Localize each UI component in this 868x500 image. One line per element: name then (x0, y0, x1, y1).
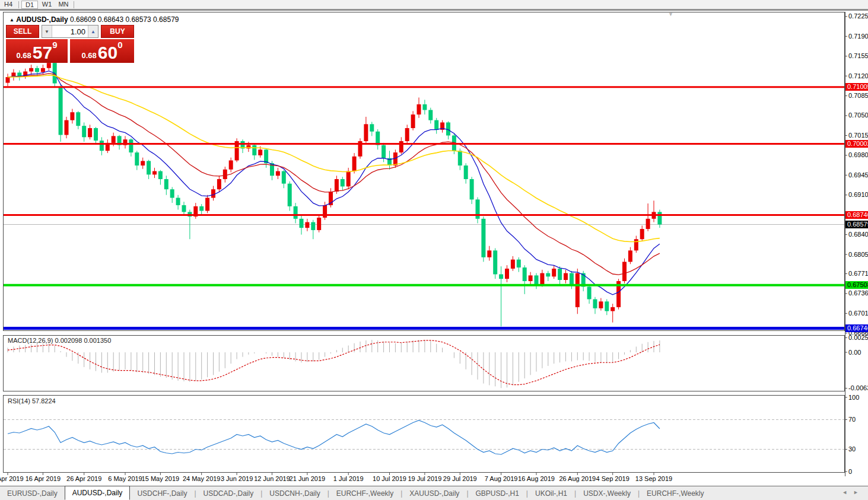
price-axis-label: 0.72250 (848, 12, 868, 20)
date-axis-label: 7 Aug 2019 (485, 475, 518, 482)
ohlc-readout: 0.68609 0.68643 0.68573 0.68579 (70, 15, 179, 24)
buy-price-big: 60 (98, 44, 117, 62)
date-axis-label: 6 May 2019 (108, 475, 142, 482)
date-axis-label: 7 Apr 2019 (0, 475, 24, 482)
buy-price-small: 0.68 (81, 51, 96, 60)
sell-button[interactable]: SELL (6, 25, 39, 38)
price-axis-label: 0.71200 (848, 72, 868, 79)
macd-axis-label: 0.00 (848, 349, 861, 356)
date-axis-label: 16 Aug 2019 (518, 475, 555, 482)
chart-tab-usdcad-daily[interactable]: USDCAD-,Daily (196, 488, 261, 499)
level-price-label[interactable]: 0.67508 (845, 281, 868, 289)
chart-tab-eurusd-daily[interactable]: EURUSD-,Daily (0, 488, 65, 499)
level-price-label[interactable]: 0.68746 (845, 211, 868, 219)
timeframe-button-mn[interactable]: MN (56, 1, 71, 8)
macd-indicator-label: MACD(12,26,9) 0.002098 0.001350 (8, 337, 111, 344)
volume-decrease-icon[interactable]: ▼ (42, 26, 52, 37)
level-price-label[interactable]: 0.71005 (845, 83, 868, 91)
toolbar-edge (0, 9, 868, 11)
date-axis-label: 10 Jul 2019 (373, 475, 406, 482)
date-axis-label: 12 Jun 2019 (254, 475, 290, 482)
level-price-label[interactable]: 0.66746 (845, 324, 868, 332)
date-axis-label: 26 Apr 2019 (66, 475, 101, 482)
timeframe-button-h4[interactable]: H4 (1, 1, 16, 8)
chart-tab-eurchf-weekly[interactable]: EURCHF-,Weekly (329, 488, 400, 499)
rsi-axis-label: 70 (848, 416, 856, 423)
rsi-axis-label: 0 (848, 468, 852, 475)
timeframe-button-d1[interactable]: D1 (21, 1, 38, 9)
toolbar-separator (18, 1, 19, 8)
price-axis-label: 0.71900 (848, 33, 868, 40)
toolbar-separator (74, 1, 74, 8)
chart-tab-audusd-daily[interactable]: AUDUSD-,Daily (65, 486, 131, 500)
chart-tab-gbpusd-h1[interactable]: GBPUSD-,H1 (469, 488, 526, 499)
date-axis-label: 3 Jun 2019 (221, 475, 253, 482)
chart-tab-bar: EURUSD-,DailyAUDUSD-,DailyUSDCHF-,Daily|… (0, 486, 868, 500)
macd-axis-label: -0.006326 (848, 384, 868, 391)
price-axis-label: 0.68050 (848, 251, 868, 258)
price-axis-label: 0.67360 (848, 289, 868, 297)
price-axis-label: 0.67710 (848, 270, 868, 277)
rsi-indicator-label: RSI(14) 57.8224 (8, 397, 56, 405)
price-axis-label: 0.69800 (848, 151, 868, 158)
price-axis-label: 0.70850 (848, 92, 868, 99)
date-axis-label: 29 Jul 2019 (443, 475, 477, 482)
macd-panel[interactable] (3, 335, 845, 391)
buy-price-box[interactable]: 0.68 60 0 (70, 39, 134, 63)
chart-tab-eurchf-weekly[interactable]: EURCHF-,Weekly (640, 488, 711, 499)
price-axis-label: 0.71550 (848, 52, 868, 59)
timeframe-button-w1[interactable]: W1 (39, 1, 55, 8)
buy-price-sup: 0 (117, 40, 122, 50)
sell-price-sup: 9 (52, 40, 57, 50)
date-axis-label: 13 Sep 2019 (635, 475, 672, 482)
current-price-label: 0.68579 (845, 221, 868, 228)
sell-price-box[interactable]: 0.68 57 9 (6, 39, 68, 63)
chart-tab-usdx-weekly[interactable]: USDX-,Weekly (576, 488, 638, 499)
symbol-title: AUDUSD-,Daily (16, 15, 68, 24)
scroll-to-end-icon[interactable]: ▼ (668, 11, 673, 17)
volume-increase-icon[interactable]: ▲ (88, 26, 98, 37)
buy-button[interactable]: BUY (101, 25, 134, 38)
sell-price-small: 0.68 (16, 51, 31, 60)
price-axis-label: 0.70500 (848, 112, 868, 119)
volume-stepper: ▼ ▲ (42, 25, 98, 38)
date-axis-label: 16 Apr 2019 (26, 475, 61, 482)
chart-tab-xauusd-daily[interactable]: XAUUSD-,Daily (402, 488, 466, 499)
one-click-trading-widget: SELL ▼ ▲ BUY 0.68 57 9 0.68 60 0 (6, 25, 134, 63)
rsi-panel[interactable] (3, 395, 845, 473)
price-axis-label: 0.69450 (848, 171, 868, 179)
sell-price-big: 57 (33, 44, 52, 62)
price-axis-label: 0.69100 (848, 191, 868, 198)
volume-input[interactable] (52, 26, 88, 37)
level-price-label[interactable]: 0.70002 (845, 140, 868, 148)
price-axis-label: 0.68400 (848, 231, 868, 238)
rsi-axis-label: 100 (848, 394, 859, 401)
chart-tab-usdchf-daily[interactable]: USDCHF-,Daily (130, 488, 194, 499)
chart-tab-ukoil-h1[interactable]: UKOil-,H1 (528, 488, 574, 499)
price-axis-label: 0.67010 (848, 310, 868, 317)
date-axis-label: 4 Sep 2019 (596, 475, 629, 482)
date-axis-label: 15 May 2019 (142, 475, 180, 482)
date-axis-label: 21 Jun 2019 (290, 475, 326, 482)
timeframe-toolbar: H4D1W1MN (0, 0, 868, 9)
date-axis-label: 26 Aug 2019 (559, 475, 596, 482)
collapse-triangle-icon[interactable]: ▲ (9, 17, 14, 23)
macd-axis-label: 0.002574 (848, 334, 868, 341)
date-axis-label: 24 May 2019 (183, 475, 221, 482)
tab-scroll-arrows[interactable]: ◄► (842, 489, 864, 495)
chart-tab-usdcnh-daily[interactable]: USDCNH-,Daily (262, 488, 327, 499)
price-axis-label: 0.70150 (848, 132, 868, 139)
date-axis-label: 1 Jul 2019 (333, 475, 364, 482)
chart-title-bar: ▲ AUDUSD-,Daily 0.68609 0.68643 0.68573 … (9, 15, 179, 24)
date-axis-label: 19 Jul 2019 (408, 475, 441, 482)
rsi-axis-label: 30 (848, 445, 856, 453)
